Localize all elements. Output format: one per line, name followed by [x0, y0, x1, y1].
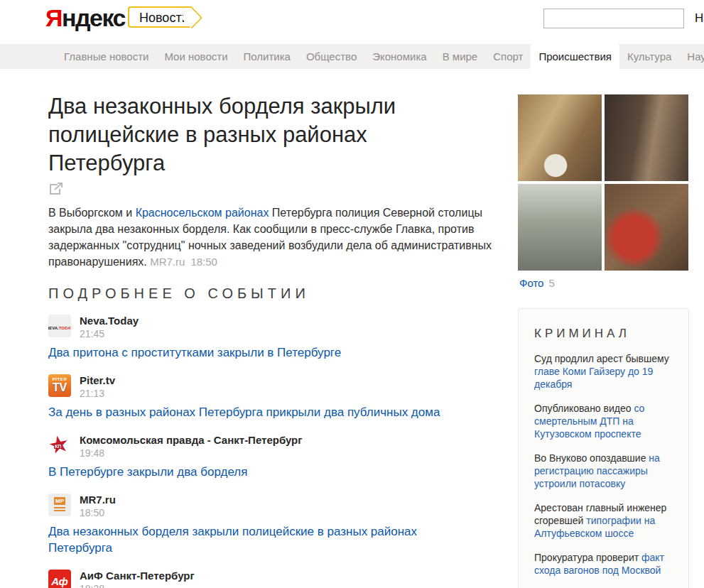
event-photo-4[interactable]	[605, 184, 688, 271]
crim-link[interactable]: главе Коми Гайзеру до 19 декабря	[534, 366, 653, 390]
source-name: Piter.tv	[80, 374, 115, 386]
category-tabbar: Главные новости Мои новости Политика Общ…	[0, 44, 704, 69]
list-item: Опубликовано видео со смертельным ДТП на…	[534, 402, 673, 440]
news-headline-link[interactable]: Два притона с проститутками закрыли в Пе…	[48, 344, 467, 361]
list-item: Аф АиФ Санкт-Петербург 18:38 Эротические…	[48, 570, 500, 588]
details-section-title: ПОДРОБНЕЕ О СОБЫТИИ	[48, 285, 500, 302]
search-button[interactable]: Найти	[695, 11, 704, 26]
tab-main-news[interactable]: Главные новости	[56, 44, 156, 69]
lead-agency: MR7.ru	[150, 256, 185, 268]
lead-text: В Выборгском и	[48, 207, 136, 219]
list-item: МР MR7.ru 18:50 Два незаконных борделя з…	[48, 494, 500, 556]
news-headline-link[interactable]: За день в разных районах Петербурга прик…	[48, 404, 467, 420]
crim-text: Опубликовано видео	[534, 403, 634, 414]
lead-time: 18:50	[190, 256, 217, 268]
list-item: PITERTV Piter.tv 21:13 За день в разных …	[48, 374, 500, 420]
tab-science[interactable]: Наука	[679, 44, 704, 69]
event-photo-2[interactable]	[605, 94, 688, 181]
source-name: MR7.ru	[80, 494, 116, 506]
story-title: Два незаконных борделя закрыли полицейск…	[48, 92, 475, 178]
tab-society[interactable]: Общество	[298, 44, 364, 69]
photos-caption: Фото5	[519, 277, 555, 289]
tab-politics[interactable]: Политика	[236, 44, 298, 69]
tab-sport[interactable]: Спорт	[485, 44, 531, 69]
list-item: ★КП Комсомольская правда - Санкт-Петербу…	[48, 434, 500, 480]
piter-tv-logo-icon: PITERTV	[48, 374, 71, 397]
district-link[interactable]: Красносельском районах	[136, 207, 269, 219]
tab-my-news[interactable]: Мои новости	[156, 44, 235, 69]
story-column: Два незаконных борделя закрыли полицейск…	[48, 92, 500, 588]
yandex-logo[interactable]: Яндекс	[45, 4, 125, 32]
share-icon[interactable]	[48, 182, 64, 196]
list-item: Прокуратура проверит факт схода вагонов …	[534, 551, 673, 577]
source-time: 18:50	[80, 507, 116, 518]
komsomolskaya-pravda-logo-icon: ★КП	[48, 434, 71, 457]
tab-world[interactable]: В мире	[435, 44, 486, 69]
list-item: Арестован главный инженер сгоревшей типо…	[534, 501, 673, 540]
aif-logo-icon: Аф	[48, 570, 71, 588]
header: Яндекс Новости Найти	[0, 0, 704, 44]
source-time: 18:38	[80, 583, 195, 588]
yandex-news-page: Яндекс Новости Найти Главные новости Мои…	[0, 0, 704, 588]
tab-incidents[interactable]: Происшествия	[531, 44, 619, 69]
photos-count: 5	[548, 277, 554, 289]
story-lead: В Выборгском и Красносельском районах Пе…	[48, 205, 500, 270]
yandex-logo-letter: Я	[45, 4, 62, 31]
lead-source-ref: MR7.ru18:50	[150, 256, 217, 268]
details-news-list: NEVA.TODAY Neva.Today 21:45 Два притона …	[48, 315, 500, 588]
news-headline-link[interactable]: В Петербурге закрыли два борделя	[48, 464, 467, 480]
source-time: 19:48	[80, 447, 303, 459]
mr7-logo-icon: МР	[48, 494, 71, 516]
tab-culture[interactable]: Культура	[619, 44, 679, 69]
source-name: АиФ Санкт-Петербург	[80, 570, 195, 582]
news-service-tag[interactable]: Новости	[128, 6, 192, 28]
crim-text: Прокуратура проверит	[534, 552, 641, 563]
tab-economy[interactable]: Экономика	[364, 44, 434, 69]
event-photo-1[interactable]	[518, 94, 602, 181]
photos-link[interactable]: Фото	[519, 277, 543, 289]
source-time: 21:45	[80, 328, 139, 339]
list-item: Суд продлил арест бывшему главе Коми Гай…	[534, 352, 673, 391]
event-photo-3[interactable]	[518, 184, 602, 271]
criminal-rubric-title: КРИМИНАЛ	[534, 327, 673, 341]
list-item: NEVA.TODAY Neva.Today 21:45 Два притона …	[48, 315, 500, 361]
criminal-rubric-box: КРИМИНАЛ Суд продлил арест бывшему главе…	[518, 308, 689, 588]
news-headline-link[interactable]: Два незаконных борделя закрыли полицейск…	[48, 523, 467, 556]
source-name: Neva.Today	[80, 315, 139, 327]
crim-text: Во Внуково опоздавшие	[534, 452, 649, 464]
search-input[interactable]	[543, 9, 684, 28]
event-photo-grid	[518, 94, 688, 271]
source-name: Комсомольская правда - Санкт-Петербург	[80, 434, 303, 446]
yandex-logo-rest: ндекс	[62, 4, 125, 31]
neva-today-logo-icon: NEVA.TODAY	[48, 315, 71, 337]
list-item: Во Внуково опоздавшие на регистрацию пас…	[534, 452, 673, 490]
crim-text: Суд продлил арест бывшему	[534, 353, 669, 364]
source-time: 21:13	[80, 388, 115, 399]
